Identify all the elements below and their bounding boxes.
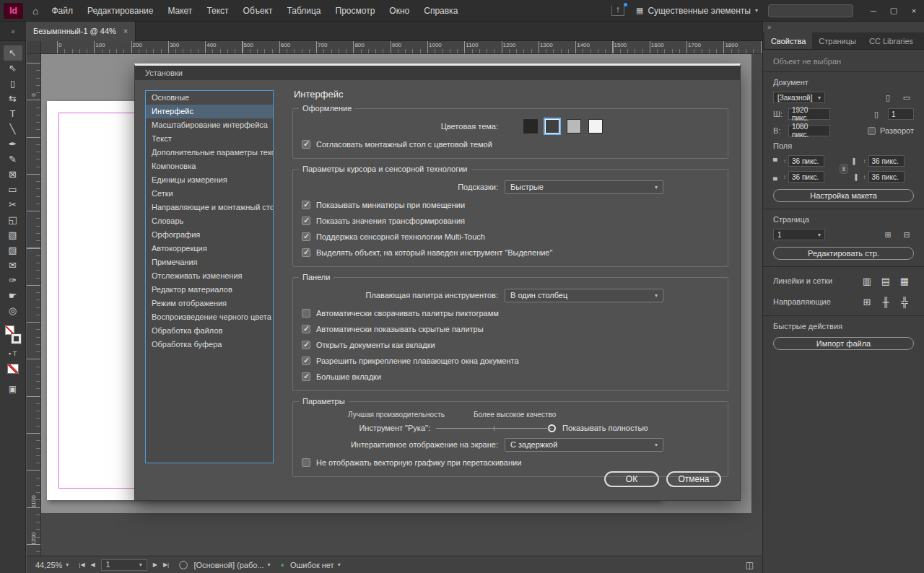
preflight-status-select[interactable]: Ошибок нет ▾: [290, 561, 341, 569]
rectangle-tool-icon[interactable]: ▭: [4, 182, 22, 197]
preferences-category[interactable]: Режим отображения: [146, 297, 273, 310]
checkbox-icon[interactable]: [302, 201, 310, 209]
checkbox-icon[interactable]: [302, 341, 310, 349]
workspace-switcher[interactable]: ▦ Существенные элементы ▾: [636, 6, 758, 16]
formatting-affects-container-icon[interactable]: ▪: [9, 350, 11, 357]
stepper-icon[interactable]: ↕: [783, 174, 786, 180]
checkbox-row[interactable]: Показывать миниатюры при помещении: [302, 197, 719, 213]
close-icon[interactable]: ×: [904, 0, 924, 21]
split-view-icon[interactable]: ◫: [746, 560, 754, 570]
stepper-icon[interactable]: ↕: [863, 158, 866, 165]
tooltips-select[interactable]: Быстрые ▾: [505, 180, 663, 194]
preferences-category[interactable]: Примечания: [146, 255, 273, 269]
eyedropper-tool-icon[interactable]: ✑: [4, 273, 22, 288]
delete-page-icon[interactable]: ⊟: [899, 230, 914, 240]
checkbox-row[interactable]: Автоматически сворачивать палитры пиктог…: [302, 305, 719, 321]
zoom-tool-icon[interactable]: ◎: [4, 303, 22, 318]
preferences-category[interactable]: Компоновка: [146, 159, 273, 173]
gap-tool-icon[interactable]: ⇆: [4, 91, 22, 106]
checkbox-icon[interactable]: [302, 325, 310, 333]
preferences-category[interactable]: Отслеживать изменения: [146, 269, 273, 283]
menu-item[interactable]: Объект: [236, 0, 280, 22]
preferences-category[interactable]: Обработка файлов: [146, 324, 273, 338]
link-margins-icon[interactable]: ∞: [840, 164, 848, 174]
margin-bottom-field[interactable]: 36 пикс.: [788, 171, 824, 183]
preferences-category[interactable]: Направляющие и монтажный стол: [146, 201, 273, 214]
checkbox-icon[interactable]: [302, 458, 310, 467]
fill-stroke-swatches[interactable]: [5, 325, 21, 344]
menu-item[interactable]: Редактирование: [80, 0, 160, 22]
margin-right-field[interactable]: 36 пикс.: [868, 171, 905, 183]
color-theme-darkest-swatch[interactable]: [523, 119, 538, 134]
cancel-button[interactable]: Отмена: [666, 471, 721, 487]
height-field[interactable]: 1080 пикс.: [788, 125, 830, 136]
rectangle-frame-tool-icon[interactable]: ⊠: [4, 167, 22, 182]
close-tab-icon[interactable]: ×: [123, 27, 128, 35]
checkbox-row[interactable]: Автоматически показывать скрытые палитры: [302, 321, 719, 337]
menu-item[interactable]: Окно: [382, 0, 417, 22]
stroke-swatch-icon[interactable]: [12, 334, 21, 344]
panel-tab[interactable]: Свойства: [764, 32, 812, 49]
preferences-category[interactable]: Основные: [146, 91, 273, 105]
width-field[interactable]: 1920 пикс.: [788, 108, 830, 120]
color-theme-lightest-swatch[interactable]: [588, 119, 603, 134]
landscape-orientation-icon[interactable]: ▭: [899, 93, 914, 102]
type-tool-icon[interactable]: T: [4, 106, 22, 121]
margin-left-field[interactable]: 36 пикс.: [868, 155, 905, 167]
scissors-tool-icon[interactable]: ✂: [4, 197, 22, 212]
document-grid-toggle-icon[interactable]: ▦: [895, 274, 914, 288]
document-tab[interactable]: Безымянный-1 @ 44% ×: [26, 22, 136, 41]
lock-guides-toggle-icon[interactable]: ╬: [895, 294, 914, 309]
document-preset-select[interactable]: [Заказной] ▾: [773, 92, 825, 103]
last-page-button[interactable]: ▶|: [163, 561, 169, 568]
checkbox-row[interactable]: Выделять объект, на который наведен инст…: [302, 245, 719, 261]
edit-page-button[interactable]: Редактировать стр.: [773, 247, 914, 260]
previous-page-button[interactable]: ◀: [91, 561, 95, 568]
pages-count-field[interactable]: 1: [888, 108, 914, 120]
add-page-icon[interactable]: ⊞: [881, 230, 895, 240]
baseline-grid-toggle-icon[interactable]: ▤: [876, 274, 895, 288]
menu-item[interactable]: Файл: [44, 0, 80, 22]
menu-item[interactable]: Просмотр: [328, 0, 383, 22]
checkbox-icon[interactable]: [302, 372, 310, 381]
preferences-category[interactable]: Масштабирование интерфейса: [146, 118, 273, 132]
color-theme-dark-swatch[interactable]: [545, 119, 559, 134]
pencil-tool-icon[interactable]: ✎: [4, 152, 22, 167]
preflight-profile-select[interactable]: [Основной] (рабо... ▾: [193, 561, 270, 569]
page-tool-icon[interactable]: ▯: [4, 76, 22, 91]
maximize-icon[interactable]: ▢: [884, 0, 904, 21]
adjust-layout-button[interactable]: Настройка макета: [773, 189, 914, 202]
home-icon[interactable]: ⌂: [32, 5, 38, 17]
gradient-tool-icon[interactable]: ▧: [4, 227, 22, 242]
ruler-origin-corner[interactable]: [27, 41, 41, 54]
page-number-select[interactable]: 1 ▾: [101, 559, 147, 571]
next-page-button[interactable]: ▶: [153, 561, 157, 568]
preferences-category[interactable]: Текст: [146, 132, 273, 146]
preflight-icon[interactable]: ◯: [179, 560, 188, 569]
panel-tab[interactable]: Страницы: [812, 32, 863, 49]
zoom-level-select[interactable]: 44,25% ▾: [35, 561, 69, 569]
menu-item[interactable]: Текст: [199, 0, 235, 22]
floating-toolbar-select[interactable]: В один столбец ▾: [505, 289, 663, 302]
checkbox-icon[interactable]: [302, 140, 310, 149]
stepper-icon[interactable]: ↕: [863, 174, 866, 180]
checkbox-row[interactable]: Показать значения трансформирования: [302, 213, 719, 229]
stepper-icon[interactable]: ↕: [783, 158, 786, 165]
line-tool-icon[interactable]: ╲: [4, 121, 22, 136]
preferences-category[interactable]: Сетки: [146, 187, 273, 201]
free-transform-tool-icon[interactable]: ◱: [4, 212, 22, 227]
gradient-feather-tool-icon[interactable]: ▨: [4, 242, 22, 258]
minimize-icon[interactable]: ─: [863, 0, 884, 21]
rulers-toggle-icon[interactable]: ▥: [858, 274, 876, 288]
ok-button[interactable]: ОК: [604, 471, 659, 487]
indesign-logo-icon[interactable]: Id: [4, 3, 23, 19]
checkbox-icon[interactable]: [302, 232, 310, 241]
checkbox-icon[interactable]: [302, 357, 310, 365]
formatting-affects-text-icon[interactable]: T: [13, 350, 17, 357]
smart-guides-toggle-icon[interactable]: ╫: [876, 294, 895, 309]
preferences-category[interactable]: Дополнительные параметры текста: [146, 146, 273, 159]
preferences-category[interactable]: Воспроизведение черного цвета: [146, 310, 273, 324]
checkbox-icon[interactable]: [302, 216, 310, 225]
hand-tool-icon[interactable]: ☛: [4, 288, 22, 303]
note-tool-icon[interactable]: ✉: [4, 258, 22, 273]
